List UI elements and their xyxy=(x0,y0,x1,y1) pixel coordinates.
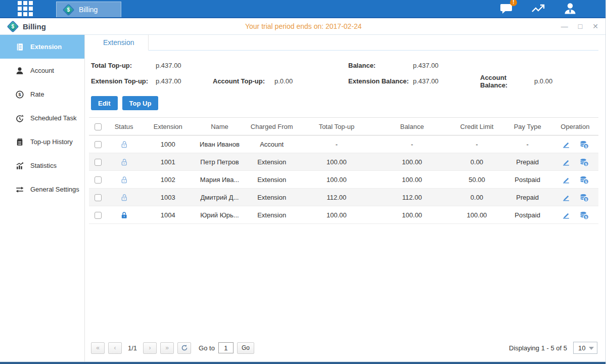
account-balance-label: Account Balance: xyxy=(480,74,534,89)
chevron-down-icon xyxy=(589,347,594,350)
sidebar-item-topup-history[interactable]: Top-up History xyxy=(0,130,84,154)
cell-total-topup: 112.00 xyxy=(300,189,374,206)
goto-label: Go to xyxy=(199,344,215,352)
last-page-button[interactable]: » xyxy=(160,342,174,354)
sidebar-item-account[interactable]: Account xyxy=(0,59,84,82)
header-charged-from: Charged From xyxy=(244,118,300,135)
table-row: 1000 Иван Иванов Account - - - - $ xyxy=(89,135,598,153)
row-checkbox[interactable] xyxy=(95,141,102,148)
edit-row-icon[interactable] xyxy=(562,175,571,184)
sidebar-item-statistics[interactable]: Statistics xyxy=(0,154,84,177)
header-status: Status xyxy=(107,118,141,135)
cell-name: Юрий Юрь... xyxy=(195,206,244,224)
top-up-row-icon[interactable]: $ xyxy=(579,193,589,202)
billing-diamond-icon: $ xyxy=(62,4,74,16)
account-topup-label: Account Top-up: xyxy=(213,77,274,85)
cell-credit-limit: 100.00 xyxy=(450,206,503,224)
cell-charged-from: Extension xyxy=(244,189,300,206)
edit-button[interactable]: Edit xyxy=(91,96,118,110)
tab-extension[interactable]: Extension xyxy=(89,35,149,51)
table-row: 1001 Петр Петров Extension 100.00 100.00… xyxy=(89,153,598,171)
top-up-row-icon[interactable]: $ xyxy=(579,175,589,185)
app-tab-billing[interactable]: $ Billing xyxy=(56,2,121,17)
notepad-icon xyxy=(15,138,24,147)
edit-row-icon[interactable] xyxy=(562,157,571,166)
cell-name: Петр Петров xyxy=(195,153,244,171)
cell-pay-type: Postpaid xyxy=(503,171,552,189)
balance-summary: Total Top-up: p.437.00 Balance: p.437.00… xyxy=(89,51,598,90)
total-topup-label: Total Top-up: xyxy=(91,62,156,69)
sidebar-item-general-settings[interactable]: General Settings xyxy=(0,177,84,201)
cell-balance: 100.00 xyxy=(374,206,450,224)
close-button[interactable]: ✕ xyxy=(592,23,598,30)
header-pay-type: Pay Type xyxy=(503,118,552,135)
cell-extension: 1002 xyxy=(141,171,195,189)
statistics-chart-icon[interactable] xyxy=(531,2,546,16)
refresh-button[interactable] xyxy=(177,342,191,354)
cell-charged-from: Extension xyxy=(244,153,300,171)
sidebar-item-rate[interactable]: $ Rate xyxy=(0,82,84,106)
app-grid-menu-icon[interactable] xyxy=(17,0,34,17)
row-checkbox[interactable] xyxy=(95,176,102,184)
total-topup-value: p.437.00 xyxy=(156,62,213,69)
lock-status-icon xyxy=(120,193,128,200)
edit-row-icon[interactable] xyxy=(562,140,571,149)
cell-total-topup: 100.00 xyxy=(300,171,374,189)
top-up-button[interactable]: Top Up xyxy=(122,96,159,110)
row-checkbox[interactable] xyxy=(95,212,102,219)
top-up-row-icon[interactable]: $ xyxy=(579,157,589,167)
cell-charged-from: Extension xyxy=(244,206,300,224)
top-up-row-icon[interactable]: $ xyxy=(579,140,589,149)
row-checkbox[interactable] xyxy=(95,159,102,166)
minimize-button[interactable]: — xyxy=(561,23,568,30)
cell-name: Мария Ива... xyxy=(195,171,244,189)
goto-page-input[interactable] xyxy=(218,342,234,353)
notification-badge: ! xyxy=(510,0,517,6)
sidebar-item-label: Statistics xyxy=(30,162,57,169)
svg-text:$: $ xyxy=(585,162,587,166)
top-up-row-icon[interactable]: $ xyxy=(579,210,589,220)
sidebar-item-label: Scheduled Task xyxy=(30,114,77,122)
person-icon xyxy=(15,66,24,75)
cell-credit-limit: - xyxy=(450,135,503,153)
messages-icon[interactable]: ! xyxy=(499,2,514,16)
journal-icon xyxy=(15,42,24,52)
cell-balance: 100.00 xyxy=(374,153,450,171)
header-extension: Extension xyxy=(141,118,195,135)
app-tab-label: Billing xyxy=(79,6,98,14)
sidebar-item-label: General Settings xyxy=(30,186,79,193)
window-title-bar: $ Billing Your trial period ends on: 201… xyxy=(0,18,605,35)
cell-pay-type: - xyxy=(503,135,552,153)
cell-charged-from: Extension xyxy=(244,171,300,189)
sidebar-item-scheduled-task[interactable]: Scheduled Task xyxy=(0,106,84,130)
header-operation: Operation xyxy=(552,118,598,135)
next-page-button[interactable]: › xyxy=(143,342,157,354)
edit-row-icon[interactable] xyxy=(562,193,571,202)
cell-extension: 1001 xyxy=(141,153,195,171)
pagination-bar: « ‹ 1/1 › » Go to Go Displaying 1 - 5 of… xyxy=(89,338,598,361)
extension-topup-value: p.437.00 xyxy=(156,77,213,85)
go-button[interactable]: Go xyxy=(237,342,254,354)
cell-pay-type: Prepaid xyxy=(503,189,552,206)
page-size-select[interactable]: 10 xyxy=(573,342,597,354)
account-topup-value: p.0.00 xyxy=(274,77,348,85)
cell-name: Дмитрий Д... xyxy=(195,189,244,206)
svg-text:$: $ xyxy=(585,179,587,184)
cell-extension: 1000 xyxy=(141,135,195,153)
cell-name: Иван Иванов xyxy=(195,135,244,153)
balance-label: Balance: xyxy=(348,62,413,69)
table-row: 1002 Мария Ива... Extension 100.00 100.0… xyxy=(89,171,598,189)
edit-row-icon[interactable] xyxy=(562,210,571,219)
prev-page-button[interactable]: ‹ xyxy=(108,342,122,354)
sidebar-item-extension[interactable]: Extension xyxy=(0,35,84,59)
extension-topup-label: Extension Top-up: xyxy=(91,77,156,85)
first-page-button[interactable]: « xyxy=(91,342,105,354)
row-checkbox[interactable] xyxy=(95,194,102,201)
cell-charged-from: Account xyxy=(244,135,300,153)
header-name: Name xyxy=(195,118,244,135)
window-bottom-edge xyxy=(0,361,605,364)
balance-value: p.437.00 xyxy=(413,62,480,69)
select-all-checkbox[interactable] xyxy=(95,123,102,130)
user-account-icon[interactable] xyxy=(563,2,578,16)
maximize-button[interactable]: □ xyxy=(578,23,582,30)
